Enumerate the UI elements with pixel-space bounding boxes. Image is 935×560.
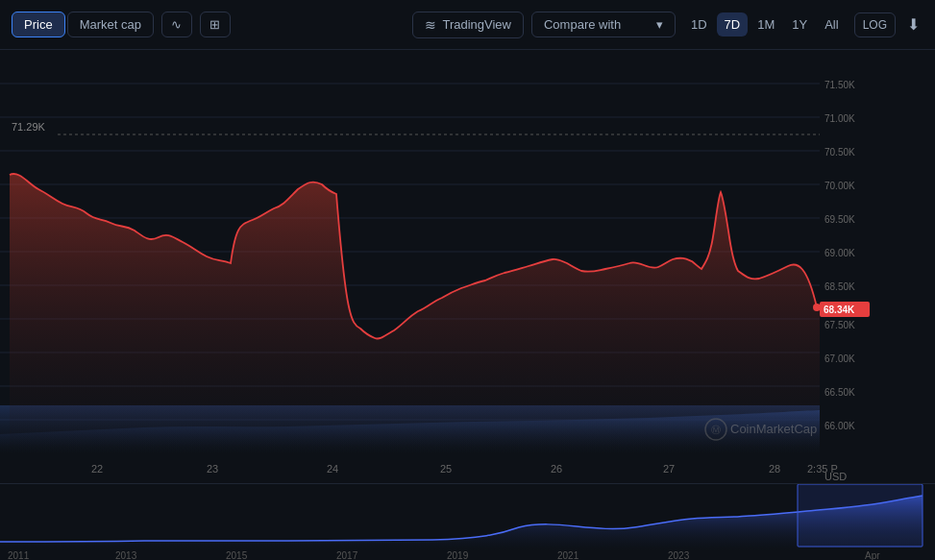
mini-chart-svg: 2011 2013 2015 2017 2019 2021 2023 Apr xyxy=(0,484,935,560)
tradingview-label: TradingView xyxy=(442,17,511,32)
line-chart-icon: ∿ xyxy=(171,17,182,32)
svg-text:68.34K: 68.34K xyxy=(824,304,855,315)
candle-chart-icon: ⊞ xyxy=(209,17,220,32)
svg-text:25: 25 xyxy=(440,463,452,475)
svg-text:71.00K: 71.00K xyxy=(824,113,855,124)
candle-chart-button[interactable]: ⊞ xyxy=(200,12,231,37)
svg-text:71.50K: 71.50K xyxy=(824,80,855,90)
svg-text:22: 22 xyxy=(91,463,103,475)
tradingview-icon: ≋ xyxy=(425,17,436,33)
time-1y-button[interactable]: 1Y xyxy=(784,12,815,37)
svg-text:28: 28 xyxy=(769,463,780,475)
marketcap-button[interactable]: Market cap xyxy=(67,12,154,37)
svg-text:2013: 2013 xyxy=(115,550,137,560)
time-1d-button[interactable]: 1D xyxy=(683,12,715,37)
svg-text:66.00K: 66.00K xyxy=(824,421,855,431)
price-chart-svg: 71.50K 71.00K 70.50K 70.00K 69.50K 69.00… xyxy=(0,50,877,482)
time-period-group: 1D 7D 1M 1Y All xyxy=(683,12,847,37)
svg-text:CoinMarketCap: CoinMarketCap xyxy=(730,422,817,436)
svg-text:2023: 2023 xyxy=(668,550,690,560)
chart-type-group: Price Market cap xyxy=(12,12,154,37)
log-button[interactable]: LOG xyxy=(854,12,896,37)
chart-container: Price Market cap ∿ ⊞ ≋ TradingView Compa… xyxy=(0,0,935,560)
svg-text:70.50K: 70.50K xyxy=(824,147,855,158)
download-icon: ⬇ xyxy=(907,16,920,33)
svg-rect-50 xyxy=(798,484,923,547)
svg-text:Apr: Apr xyxy=(865,550,880,560)
compare-dropdown[interactable]: Compare with ▾ xyxy=(531,12,676,37)
download-button[interactable]: ⬇ xyxy=(903,12,923,37)
time-7d-button[interactable]: 7D xyxy=(717,12,749,37)
mini-chart-area: 2011 2013 2015 2017 2019 2021 2023 Apr xyxy=(0,483,935,560)
main-chart-area: 71.50K 71.00K 70.50K 70.00K 69.50K 69.00… xyxy=(0,50,935,482)
time-all-button[interactable]: All xyxy=(817,12,846,37)
toolbar: Price Market cap ∿ ⊞ ≋ TradingView Compa… xyxy=(0,0,935,50)
svg-text:66.50K: 66.50K xyxy=(824,387,855,398)
svg-text:69.50K: 69.50K xyxy=(824,214,855,225)
svg-text:2021: 2021 xyxy=(557,550,579,560)
line-chart-button[interactable]: ∿ xyxy=(161,12,192,37)
svg-text:2015: 2015 xyxy=(226,550,248,560)
svg-text:67.50K: 67.50K xyxy=(824,320,855,330)
time-1m-button[interactable]: 1M xyxy=(750,12,782,37)
svg-text:27: 27 xyxy=(663,463,675,475)
svg-text:23: 23 xyxy=(207,463,218,475)
svg-text:USD: USD xyxy=(824,471,847,482)
svg-text:2017: 2017 xyxy=(336,550,358,560)
svg-text:2019: 2019 xyxy=(447,550,469,560)
svg-text:71.29K: 71.29K xyxy=(12,121,46,133)
tradingview-button[interactable]: ≋ TradingView xyxy=(412,12,524,38)
compare-label: Compare with xyxy=(544,17,621,32)
svg-text:68.50K: 68.50K xyxy=(824,281,855,292)
svg-text:2011: 2011 xyxy=(8,550,30,560)
chevron-down-icon: ▾ xyxy=(656,17,663,32)
svg-text:26: 26 xyxy=(551,463,562,475)
svg-point-14 xyxy=(813,304,821,311)
svg-text:24: 24 xyxy=(327,463,338,475)
svg-text:69.00K: 69.00K xyxy=(824,248,855,258)
svg-text:Ⓜ: Ⓜ xyxy=(711,425,721,435)
price-button[interactable]: Price xyxy=(12,12,65,37)
svg-text:67.00K: 67.00K xyxy=(824,353,855,364)
svg-text:70.00K: 70.00K xyxy=(824,181,855,191)
